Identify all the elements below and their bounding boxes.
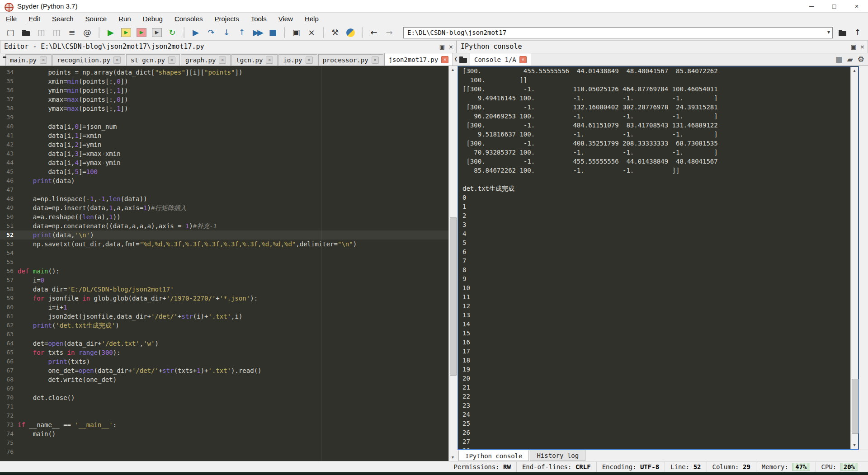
close-tab-icon[interactable]: × [306, 56, 313, 64]
step-out-icon[interactable]: ↑ [236, 27, 248, 38]
code-line-45[interactable]: 45 data[i,5]=100 [0, 167, 448, 176]
save-icon[interactable]: ◫ [35, 27, 47, 38]
working-directory-input[interactable] [403, 27, 833, 38]
code-line-70[interactable]: 70 det.close() [0, 393, 448, 402]
tools-wrench-icon[interactable]: ⚒ [329, 27, 341, 38]
code-line-59[interactable]: 59 for jsonfile in glob.glob(data_dir+'/… [0, 294, 448, 303]
code-line-51[interactable]: 51 data=np.concatenate((data,a,a,a),axis… [0, 221, 448, 230]
code-line-40[interactable]: 40 data[i,0]=json_num [0, 122, 448, 131]
code-line-71[interactable]: 71 [0, 402, 448, 411]
bottom-tab-ipython-console[interactable]: IPython console [458, 450, 529, 461]
maximize-pane-icon[interactable]: ▣ [290, 27, 302, 38]
menu-edit[interactable]: Edit [23, 13, 46, 25]
fullscreen-icon[interactable]: × [305, 27, 318, 38]
undock-console-icon[interactable]: ▣ [851, 41, 856, 53]
open-file-icon[interactable] [19, 27, 32, 38]
browse-console-tabs-icon[interactable] [459, 58, 467, 63]
code-line-50[interactable]: 50 a=a.reshape((len(a),1)) [0, 212, 448, 221]
back-icon[interactable]: ← [368, 27, 380, 38]
code-line-44[interactable]: 44 data[i,4]=ymax-ymin [0, 158, 448, 167]
code-line-47[interactable]: 47 [0, 185, 448, 194]
menu-projects[interactable]: Projects [208, 13, 245, 25]
menu-view[interactable]: View [273, 13, 299, 25]
console-tab[interactable]: Console 1/A × [470, 53, 531, 66]
python-env-icon[interactable] [344, 27, 357, 38]
step-into-icon[interactable]: ↓ [220, 27, 233, 38]
menu-debug[interactable]: Debug [137, 13, 169, 25]
code-line-57[interactable]: 57 i=0 [0, 276, 448, 285]
code-line-75[interactable]: 75 [0, 438, 448, 447]
forward-icon[interactable]: → [383, 27, 396, 38]
code-line-36[interactable]: 36 ymin=min(points[:,1]) [0, 86, 448, 95]
code-line-43[interactable]: 43 data[i,3]=xmax-xmin [0, 149, 448, 158]
code-line-35[interactable]: 35 xmin=min(points[:,0]) [0, 77, 448, 86]
code-line-63[interactable]: 63 [0, 330, 448, 339]
code-line-48[interactable]: 48 a=np.linspace(-1,-1,len(data)) [0, 194, 448, 203]
interrupt-kernel-icon[interactable]: ■ [835, 55, 843, 64]
code-line-66[interactable]: 66 print(txts) [0, 357, 448, 366]
menu-help[interactable]: Help [299, 13, 325, 25]
editor-scrollbar[interactable]: ▴ ▾ [448, 66, 457, 461]
editor-tab-graph.py[interactable]: graph.py× [181, 54, 231, 66]
editor-scrollbar-thumb[interactable] [450, 217, 457, 376]
code-line-74[interactable]: 74 main() [0, 429, 448, 438]
code-line-72[interactable]: 72 [0, 411, 448, 420]
code-line-76[interactable]: 76 [0, 447, 448, 456]
parent-directory-icon[interactable]: ↑ [851, 27, 864, 38]
scroll-up-icon[interactable]: ▴ [851, 67, 858, 74]
code-line-42[interactable]: 42 data[i,2]=ymin [0, 140, 448, 149]
code-line-37[interactable]: 37 xmax=max(points[:,0]) [0, 95, 448, 104]
scroll-down-icon[interactable]: ▾ [851, 442, 858, 449]
close-tab-icon[interactable]: × [266, 56, 273, 64]
symbol-finder-icon[interactable]: @ [81, 27, 94, 38]
code-line-61[interactable]: 61 json2det(jsonfile,data_dir+'/det/'+st… [0, 312, 448, 321]
code-line-41[interactable]: 41 data[i,1]=xmin [0, 131, 448, 140]
code-line-68[interactable]: 68 det.write(one_det) [0, 375, 448, 384]
close-tab-icon[interactable]: × [219, 56, 226, 64]
minimize-button[interactable]: ─ [800, 0, 823, 13]
code-line-39[interactable]: 39 [0, 113, 448, 122]
code-line-73[interactable]: 73if __name__ == '__main__': [0, 420, 448, 429]
editor-tab-json2mot17.py[interactable]: json2mot17.py× [384, 53, 453, 66]
file-switcher-icon[interactable]: ≡ [66, 27, 78, 38]
code-editor[interactable]: 34 points = np.array(data_dict["shapes"]… [0, 66, 448, 461]
step-over-icon[interactable]: ↷ [205, 27, 217, 38]
close-console-tab-icon[interactable]: × [519, 56, 527, 63]
close-tab-icon[interactable]: × [113, 56, 121, 64]
menu-source[interactable]: Source [80, 13, 113, 25]
close-console-icon[interactable]: × [860, 41, 865, 53]
code-line-34[interactable]: 34 points = np.array(data_dict["shapes"]… [0, 68, 448, 77]
menu-run[interactable]: Run [113, 13, 137, 25]
code-line-54[interactable]: 54 [0, 249, 448, 258]
close-tab-icon[interactable]: × [441, 56, 448, 63]
close-tab-icon[interactable]: × [40, 56, 47, 64]
run-icon[interactable]: ▶ [104, 27, 117, 38]
code-line-67[interactable]: 67 one_det=open(data_dir+'/det/'+str(txt… [0, 366, 448, 375]
code-line-64[interactable]: 64 det=open(data_dir+'/det.txt','w') [0, 339, 448, 348]
menu-consoles[interactable]: Consoles [169, 13, 209, 25]
code-line-56[interactable]: 56def main(): [0, 267, 448, 276]
run-cell-advance-icon[interactable]: ▶ [135, 27, 148, 38]
clear-console-icon[interactable]: ▰ [847, 55, 853, 64]
re-run-icon[interactable]: ↻ [166, 27, 179, 38]
close-tab-icon[interactable]: × [372, 56, 379, 64]
code-line-52[interactable]: 52 print(data,'\n') [0, 230, 448, 240]
save-all-icon[interactable]: ◫ [50, 27, 63, 38]
ipython-console-output[interactable]: [300. 455.55555556 44.01438849 48.480415… [458, 66, 859, 450]
editor-tab-processor.py[interactable]: processor.py× [318, 54, 383, 66]
console-options-gear-icon[interactable]: ⚙ [858, 55, 864, 64]
chevron-down-icon[interactable]: ▾ [827, 29, 830, 35]
menu-file[interactable]: File [0, 13, 23, 25]
close-button[interactable]: × [845, 0, 868, 13]
new-file-icon[interactable]: ▢ [4, 27, 17, 38]
code-line-62[interactable]: 62 print('det.txt生成完成') [0, 321, 448, 330]
code-line-49[interactable]: 49 data=np.insert(data,1,a,axis=1)#行矩阵插入 [0, 203, 448, 212]
run-cell-icon[interactable]: ▶ [120, 27, 132, 38]
code-line-53[interactable]: 53 np.savetxt(out_dir,data,fmt="%d,%d,%.… [0, 240, 448, 249]
editor-tab-recognition.py[interactable]: recognition.py× [52, 54, 125, 66]
code-line-65[interactable]: 65 for txts in range(300): [0, 348, 448, 357]
menu-search[interactable]: Search [46, 13, 80, 25]
code-line-46[interactable]: 46 print(data) [0, 176, 448, 185]
debug-icon[interactable]: ▶ [189, 27, 202, 38]
menu-tools[interactable]: Tools [245, 13, 273, 25]
